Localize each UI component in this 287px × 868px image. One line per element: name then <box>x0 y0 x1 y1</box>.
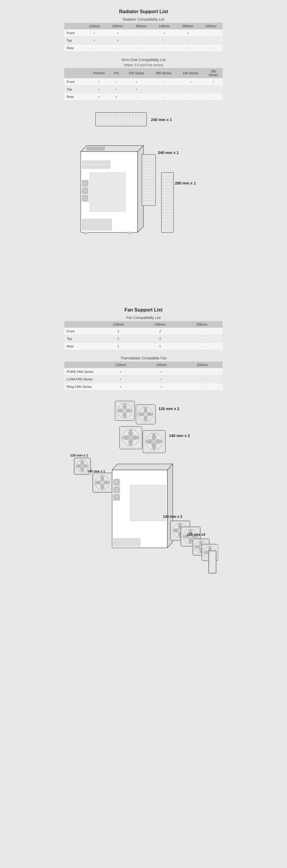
table-row: Top • • • - - - <box>64 86 223 93</box>
tt-fan-title: Thermaltake Compatible Fan <box>64 356 223 360</box>
tt-fan-table: 120mm 140mm 200mm PURE FAN Series • • - … <box>64 362 223 391</box>
cell: - <box>130 37 153 44</box>
spacer <box>64 298 223 307</box>
radiator-compat-table: 120mm 240mm 360mm 140mm 280mm 420mm Fron… <box>64 23 223 52</box>
col-280mm: 280mm <box>176 23 200 29</box>
cell: • <box>106 29 130 37</box>
row-label: Rear <box>64 343 98 350</box>
svg-rect-31 <box>84 232 88 234</box>
pc-case <box>81 146 143 234</box>
col-perform: Perform <box>88 68 110 78</box>
aio-subtitle: (Water 3.0 and Floe series) <box>64 63 223 67</box>
svg-rect-124 <box>209 551 216 573</box>
row-label: Rear <box>64 44 83 52</box>
svg-rect-23 <box>82 219 112 230</box>
cell: - <box>176 37 200 44</box>
cell: 1 <box>98 343 139 350</box>
cell: • <box>100 383 141 391</box>
cell: - <box>150 78 177 86</box>
col-200mm: 200mm <box>182 362 223 368</box>
col-280s: 280Series <box>204 68 223 78</box>
row-label: Front <box>64 78 88 86</box>
front-radiator-240 <box>142 155 155 206</box>
cell: • <box>176 29 200 37</box>
svg-rect-105 <box>115 547 119 549</box>
cell: - <box>181 328 223 335</box>
col-120mm: 120mm <box>83 23 106 29</box>
cell: • <box>141 383 182 391</box>
row-label: Front <box>64 328 98 335</box>
cell: - <box>181 343 223 350</box>
svg-rect-30 <box>87 147 105 150</box>
cell: - <box>182 383 223 391</box>
cell: • <box>110 78 123 86</box>
cell: - <box>130 29 153 37</box>
cell: - <box>177 93 204 101</box>
front-fan-140-2 <box>143 430 165 453</box>
pc-case-fans <box>112 464 173 549</box>
cell: - <box>150 93 177 101</box>
cell: - <box>204 93 223 101</box>
fan-section-title: Fan Support List <box>64 307 223 313</box>
table-row: Front 3 2 - <box>64 328 223 335</box>
col-empty <box>64 321 98 328</box>
fan-diagram: 120 mm x 2 <box>64 397 223 582</box>
col-360mm: 360mm <box>130 23 153 29</box>
table-row: PURE FAN Series • • - <box>64 368 223 376</box>
col-140mm: 140mm <box>153 23 176 29</box>
col-empty <box>64 23 83 29</box>
fan-section: Fan Support List Fan Compatibility List … <box>64 307 223 582</box>
bottom-120-fan-3 <box>209 551 216 573</box>
cell: • <box>106 37 130 44</box>
cell: 2 <box>98 335 139 343</box>
top-radiator-label: 240 mm x 1 <box>151 117 172 122</box>
col-140s: 140 Series <box>177 68 204 78</box>
radiator-compat-title: Radiator Compatibility List <box>64 18 223 22</box>
col-200mm: 200mm <box>181 321 223 328</box>
cell: • <box>100 376 141 383</box>
svg-rect-106 <box>160 547 164 549</box>
col-240mm: 240mm <box>106 23 130 29</box>
cell: - <box>204 86 223 93</box>
svg-rect-104 <box>113 538 140 546</box>
cell: - <box>153 44 176 52</box>
front-140-top-label: 140 mm x 2 <box>169 433 190 438</box>
svg-rect-34 <box>143 156 154 204</box>
cell: - <box>130 44 153 52</box>
col-240s: 240 Series <box>123 68 150 78</box>
row-label: Top <box>64 86 88 93</box>
cell: • <box>88 78 110 86</box>
svg-rect-103 <box>130 485 166 521</box>
row-label: PURE FAN Series <box>64 368 100 376</box>
cell: • <box>141 368 182 376</box>
cell: 2 <box>139 328 181 335</box>
cell: • <box>204 78 223 86</box>
cell: • <box>83 37 106 44</box>
cell: - <box>200 37 223 44</box>
col-120mm: 120mm <box>98 321 139 328</box>
cell: • <box>100 368 141 376</box>
top-fan-1 <box>115 401 135 421</box>
row-label: Riing FAN Series <box>64 383 100 391</box>
row-label: Front <box>64 29 83 37</box>
cell: - <box>106 44 130 52</box>
cell: - <box>200 29 223 37</box>
cell: • <box>88 86 110 93</box>
cell: 2 <box>139 335 181 343</box>
front-fan-140-1 <box>119 427 142 449</box>
cell: - <box>150 86 177 93</box>
table-row: LUNA FAN Series • • - <box>64 376 223 383</box>
cell: • <box>123 86 150 93</box>
table-row: Top • • - - - - <box>64 37 223 44</box>
svg-rect-21 <box>82 165 110 168</box>
col-empty <box>64 362 100 368</box>
table-row: Front • • - • • - <box>64 29 223 37</box>
top-fan-2 <box>136 405 155 424</box>
svg-rect-32 <box>127 232 132 234</box>
table-row: Riing FAN Series • • - <box>64 383 223 391</box>
svg-rect-20 <box>82 160 110 164</box>
table-row: Front • • • - • • <box>64 78 223 86</box>
svg-rect-22 <box>90 173 125 212</box>
side-120-label: 120 mm x 1 <box>70 454 88 457</box>
fan-compat-title: Fan Compatibility List <box>64 316 223 320</box>
